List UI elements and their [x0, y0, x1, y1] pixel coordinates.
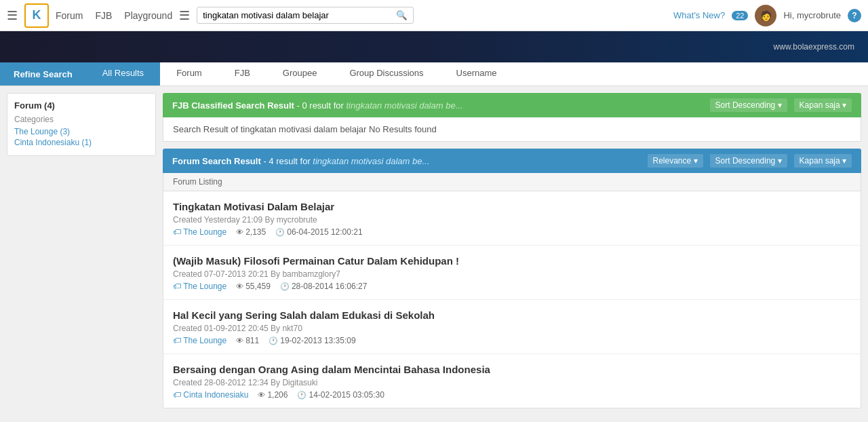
forum-item-time-0: 06-04-2015 12:00:21 — [275, 227, 362, 237]
fjb-header-left: FJB Classified Search Result - 0 result … — [172, 100, 462, 111]
search-input[interactable] — [203, 10, 396, 20]
tabs-bar: Refine Search All Results Forum FJB Grou… — [0, 62, 868, 86]
nav-forum[interactable]: Forum — [56, 10, 83, 21]
tab-fjb[interactable]: FJB — [218, 62, 267, 85]
forum-item-title-3[interactable]: Bersaing dengan Orang Asing dalam Mencin… — [173, 364, 851, 375]
avatar[interactable]: 🧑 — [755, 5, 776, 26]
tab-group-discussions[interactable]: Group Discussions — [333, 62, 439, 85]
fjb-result-query: tingkatan motivasi dalam be... — [347, 100, 463, 111]
forum-count-text: - 4 result for — [263, 156, 313, 166]
tab-groupee[interactable]: Groupee — [267, 62, 334, 85]
clock-icon-1 — [280, 282, 290, 291]
fjb-count-text: - 0 result for — [297, 100, 347, 111]
forum-sort-button[interactable]: Sort Descending — [710, 154, 787, 168]
fjb-header-controls: Sort Descending Kapan saja — [710, 98, 852, 112]
nav-menu-icon[interactable]: ☰ — [179, 8, 190, 23]
menu-icon[interactable]: ☰ — [7, 8, 18, 23]
forum-item-time-1: 28-08-2014 16:06:27 — [280, 282, 367, 291]
view-more-bar: View More — [163, 415, 861, 422]
search-bar: 🔍 — [197, 7, 414, 24]
forum-item-tags-2: 🏷 The Lounge 811 19-02-2013 13:35:09 — [173, 336, 851, 345]
forum-item-title-2[interactable]: Hal Kecil yang Sering Salah dalam Edukas… — [173, 309, 851, 321]
forum-relevance-button[interactable]: Relevance — [648, 154, 703, 168]
eye-icon-0 — [236, 227, 243, 237]
forum-header-controls: Relevance Sort Descending Kapan saja — [648, 154, 852, 168]
forum-item-meta-1: Created 07-07-2013 20:21 By bambamzglory… — [173, 269, 851, 279]
sidebar-forum-title: Forum (4) — [14, 100, 149, 111]
fjb-no-results: Search Result of tingkatan motivasi dala… — [163, 117, 861, 141]
username-label: Hi, mycrobrute — [783, 10, 841, 20]
eye-icon-3 — [258, 390, 265, 400]
forum-item-0: Tingkatan Motivasi Dalam Belajar Created… — [163, 191, 861, 246]
forum-item-meta-0: Created Yesterday 21:09 By mycrobrute — [173, 215, 851, 225]
forum-result-section: Forum Search Result - 4 result for tingk… — [163, 149, 861, 408]
sidebar-categories-label: Categories — [14, 115, 149, 124]
nav-playground[interactable]: Playground — [124, 10, 172, 21]
fjb-result-header: FJB Classified Search Result - 0 result … — [163, 93, 861, 117]
forum-item-views-0: 2,135 — [236, 227, 266, 237]
fjb-sort-button[interactable]: Sort Descending — [710, 98, 787, 112]
forum-item-title-0[interactable]: Tingkatan Motivasi Dalam Belajar — [173, 201, 851, 212]
forum-item-3: Bersaing dengan Orang Asing dalam Mencin… — [163, 354, 861, 408]
banner: www.bolaexpress.com — [0, 31, 868, 62]
whats-new-link[interactable]: What's New? — [673, 10, 725, 20]
eye-icon-1 — [236, 282, 243, 291]
forum-item-tag-3: 🏷 Cinta Indonesiaku — [173, 390, 248, 400]
forum-time-button[interactable]: Kapan saja — [794, 154, 852, 168]
forum-item-time-3: 14-02-2015 03:05:30 — [297, 390, 384, 400]
forum-item-views-2: 811 — [236, 336, 259, 345]
forum-item-tag-2: 🏷 The Lounge — [173, 336, 226, 345]
sidebar-link-lounge[interactable]: The Lounge (3) — [14, 127, 149, 136]
banner-text: www.bolaexpress.com — [774, 42, 854, 52]
tab-forum[interactable]: Forum — [160, 62, 218, 85]
notification-badge[interactable]: 22 — [732, 11, 748, 20]
forum-item-time-2: 19-02-2013 13:35:09 — [269, 336, 355, 345]
main-nav: Forum FJB Playground — [56, 10, 172, 21]
forum-item-meta-2: Created 01-09-2012 20:45 By nkt70 — [173, 324, 851, 333]
content: FJB Classified Search Result - 0 result … — [163, 93, 861, 422]
forum-item-views-3: 1,206 — [258, 390, 288, 400]
forum-item-title-1[interactable]: (Wajib Masuk) Filosofi Permainan Catur D… — [173, 255, 851, 267]
fjb-result-title: FJB Classified Search Result — [172, 100, 294, 111]
main-layout: Forum (4) Categories The Lounge (3) Cint… — [0, 86, 868, 422]
forum-result-query: tingkatan motivasi dalam be... — [313, 156, 429, 166]
forum-result-header: Forum Search Result - 4 result for tingk… — [163, 149, 861, 173]
fjb-result-section: FJB Classified Search Result - 0 result … — [163, 93, 861, 142]
sidebar-link-cinta[interactable]: Cinta Indonesiaku (1) — [14, 138, 149, 147]
tab-all-results[interactable]: All Results — [86, 62, 160, 85]
clock-icon-0 — [275, 227, 285, 237]
forum-result-body: Forum Listing Tingkatan Motivasi Dalam B… — [163, 173, 861, 408]
eye-icon-2 — [236, 336, 243, 345]
forum-header-left: Forum Search Result - 4 result for tingk… — [172, 156, 429, 166]
sidebar: Forum (4) Categories The Lounge (3) Cint… — [7, 93, 156, 161]
header: ☰ K Forum FJB Playground ☰ 🔍 What's New?… — [0, 0, 868, 31]
nav-fjb[interactable]: FJB — [95, 10, 112, 21]
forum-item-2: Hal Kecil yang Sering Salah dalam Edukas… — [163, 300, 861, 354]
tab-username[interactable]: Username — [440, 62, 513, 85]
help-icon[interactable]: ? — [848, 9, 861, 22]
clock-icon-2 — [269, 336, 278, 345]
forum-result-title: Forum Search Result — [172, 156, 261, 166]
forum-item-1: (Wajib Masuk) Filosofi Permainan Catur D… — [163, 246, 861, 300]
fjb-result-body: Search Result of tingkatan motivasi dala… — [163, 117, 861, 142]
forum-item-meta-3: Created 28-08-2012 12:34 By Digitasuki — [173, 378, 851, 387]
forum-item-views-1: 55,459 — [236, 282, 271, 291]
forum-item-tags-3: 🏷 Cinta Indonesiaku 1,206 14-02-2015 03:… — [173, 390, 851, 400]
clock-icon-3 — [297, 390, 307, 400]
forum-item-tag-0: 🏷 The Lounge — [173, 227, 226, 237]
search-button[interactable]: 🔍 — [396, 10, 408, 20]
forum-sub-header: Forum Listing — [163, 173, 861, 191]
forum-item-tags-0: 🏷 The Lounge 2,135 06-04-2015 12:00:21 — [173, 227, 851, 237]
forum-item-tag-1: 🏷 The Lounge — [173, 282, 226, 291]
forum-item-tags-1: 🏷 The Lounge 55,459 28-08-2014 16:06:27 — [173, 282, 851, 291]
fjb-time-button[interactable]: Kapan saja — [794, 98, 852, 112]
refine-search-button[interactable]: Refine Search — [0, 62, 86, 85]
header-right: What's New? 22 🧑 Hi, mycrobrute ? — [673, 5, 861, 26]
sidebar-forum-section: Forum (4) Categories The Lounge (3) Cint… — [7, 93, 156, 156]
logo[interactable]: K — [24, 3, 49, 28]
